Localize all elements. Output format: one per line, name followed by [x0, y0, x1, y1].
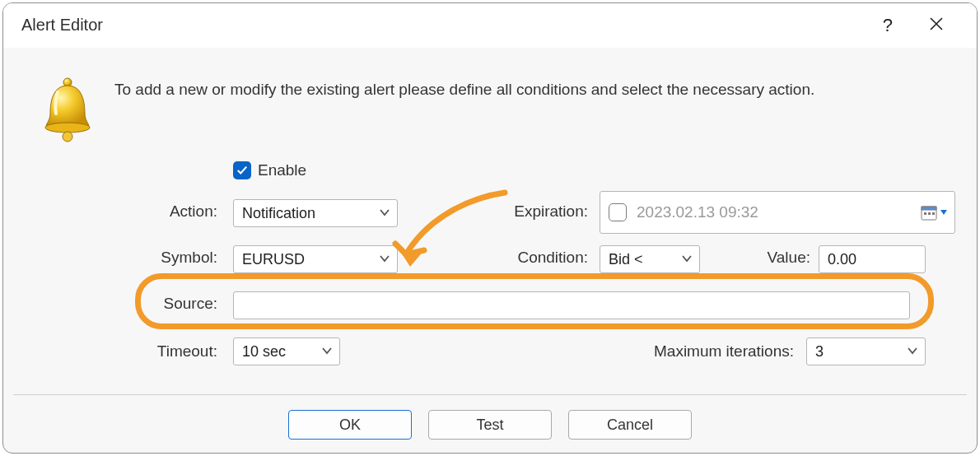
source-label: Source: — [119, 295, 217, 313]
expiration-label: Expiration: — [456, 202, 588, 221]
chevron-down-icon — [907, 343, 918, 361]
maxiter-select[interactable]: 3 — [806, 337, 926, 365]
svg-point-1 — [45, 123, 90, 133]
timeout-value: 10 sec — [242, 343, 286, 361]
bell-icon — [20, 72, 114, 145]
timeout-select[interactable]: 10 sec — [233, 337, 340, 365]
titlebar: Alert Editor ? — [3, 3, 977, 48]
help-icon[interactable]: ? — [883, 15, 893, 36]
chevron-down-icon — [379, 205, 390, 222]
symbol-select[interactable]: EURUSD — [233, 245, 398, 273]
svg-rect-4 — [922, 207, 936, 210]
dropdown-triangle-icon — [940, 208, 948, 216]
svg-rect-5 — [924, 212, 926, 215]
source-input[interactable] — [233, 291, 910, 319]
condition-select[interactable]: Bid < — [600, 245, 700, 273]
content-area: To add a new or modify the existing aler… — [3, 48, 977, 392]
expiration-checkbox[interactable] — [609, 203, 627, 221]
svg-rect-7 — [932, 212, 935, 215]
chevron-down-icon — [379, 251, 390, 268]
annotation-arrow — [385, 184, 517, 283]
chevron-down-icon — [681, 251, 693, 268]
close-icon[interactable] — [929, 15, 944, 36]
chevron-down-icon — [321, 343, 333, 361]
window-title: Alert Editor — [21, 16, 103, 35]
action-value: Notification — [242, 205, 315, 222]
value-text: 0.00 — [828, 251, 856, 268]
symbol-label: Symbol: — [119, 249, 217, 267]
expiration-field[interactable]: 2023.02.13 09:32 — [600, 191, 955, 234]
value-input[interactable]: 0.00 — [819, 245, 926, 273]
expiration-value: 2023.02.13 09:32 — [637, 203, 910, 221]
button-bar: OK Test Cancel — [13, 394, 967, 440]
condition-label: Condition: — [456, 249, 588, 267]
enable-label: Enable — [258, 161, 306, 179]
symbol-value: EURUSD — [242, 251, 305, 268]
maxiter-value: 3 — [815, 343, 824, 361]
test-button[interactable]: Test — [428, 410, 552, 440]
condition-value: Bid < — [609, 251, 643, 268]
timeout-label: Timeout: — [119, 342, 217, 361]
svg-point-2 — [63, 132, 72, 142]
alert-editor-window: Alert Editor ? — [2, 2, 978, 454]
action-label: Action: — [119, 202, 217, 221]
value-label: Value: — [703, 249, 810, 267]
ok-button[interactable]: OK — [288, 410, 412, 440]
svg-rect-6 — [928, 212, 931, 215]
alert-form: Enable Action: Notification Expiration: … — [20, 163, 960, 410]
maxiter-label: Maximum iterations: — [596, 342, 794, 361]
cancel-button[interactable]: Cancel — [568, 410, 692, 440]
intro-text: To add a new or modify the existing aler… — [114, 72, 814, 99]
checkbox-checked-icon — [233, 161, 251, 179]
calendar-icon — [920, 203, 938, 221]
enable-checkbox[interactable]: Enable — [233, 161, 306, 179]
action-select[interactable]: Notification — [233, 199, 398, 227]
calendar-picker-button[interactable] — [920, 203, 948, 221]
